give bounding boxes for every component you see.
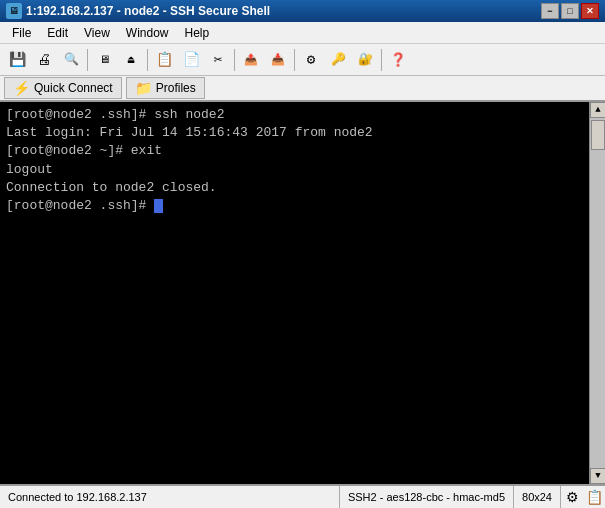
status-settings-icon[interactable]: ⚙ [561, 486, 583, 508]
help-toolbar-icon[interactable]: ❓ [385, 47, 411, 73]
title-bar-left: 🖥 1:192.168.2.137 - node2 - SSH Secure S… [6, 3, 270, 19]
quick-connect-icon: ⚡ [13, 80, 30, 96]
minimize-button[interactable]: − [541, 3, 559, 19]
status-bar: Connected to 192.168.2.137 SSH2 - aes128… [0, 484, 605, 508]
cut-icon[interactable]: ✂ [205, 47, 231, 73]
menu-view[interactable]: View [76, 24, 118, 42]
toolbar: 💾 🖨 🔍 🖥 ⏏ 📋 📄 ✂ 📤 📥 ⚙ 🔑 🔐 ❓ [0, 44, 605, 76]
status-connected: Connected to 192.168.2.137 [0, 486, 340, 508]
profiles-icon: 📁 [135, 80, 152, 96]
separator-2 [147, 49, 148, 71]
scroll-up-arrow[interactable]: ▲ [590, 102, 605, 118]
save-icon[interactable]: 💾 [4, 47, 30, 73]
close-button[interactable]: ✕ [581, 3, 599, 19]
separator-4 [294, 49, 295, 71]
maximize-button[interactable]: □ [561, 3, 579, 19]
app-icon: 🖥 [6, 3, 22, 19]
menu-bar: File Edit View Window Help [0, 22, 605, 44]
scrollbar[interactable]: ▲ ▼ [589, 102, 605, 484]
paste-icon[interactable]: 📄 [178, 47, 204, 73]
print-icon[interactable]: 🖨 [31, 47, 57, 73]
terminal[interactable]: [root@node2 .ssh]# ssh node2 Last login:… [0, 102, 589, 484]
status-encryption: SSH2 - aes128-cbc - hmac-md5 [340, 486, 514, 508]
menu-window[interactable]: Window [118, 24, 177, 42]
terminal-wrapper: [root@node2 .ssh]# ssh node2 Last login:… [0, 102, 605, 484]
menu-file[interactable]: File [4, 24, 39, 42]
profiles-button[interactable]: 📁 Profiles [126, 77, 205, 99]
dimensions-text: 80x24 [522, 491, 552, 503]
upload-icon[interactable]: 📤 [238, 47, 264, 73]
menu-help[interactable]: Help [177, 24, 218, 42]
scroll-thumb[interactable] [591, 120, 605, 150]
status-dimensions: 80x24 [514, 486, 561, 508]
scroll-down-arrow[interactable]: ▼ [590, 468, 605, 484]
status-extra-icon[interactable]: 📋 [583, 486, 605, 508]
settings-icon[interactable]: ⚙ [298, 47, 324, 73]
cursor [154, 199, 163, 213]
disconnect-icon[interactable]: ⏏ [118, 47, 144, 73]
title-bar-controls: − □ ✕ [541, 3, 599, 19]
menu-edit[interactable]: Edit [39, 24, 76, 42]
encryption-text: SSH2 - aes128-cbc - hmac-md5 [348, 491, 505, 503]
agent-icon[interactable]: 🔐 [352, 47, 378, 73]
title-bar-text: 1:192.168.2.137 - node2 - SSH Secure She… [26, 4, 270, 18]
profiles-label: Profiles [156, 81, 196, 95]
separator-3 [234, 49, 235, 71]
copy-icon[interactable]: 📋 [151, 47, 177, 73]
separator-5 [381, 49, 382, 71]
quick-connect-button[interactable]: ⚡ Quick Connect [4, 77, 122, 99]
new-connection-icon[interactable]: 🖥 [91, 47, 117, 73]
find-toolbar-icon[interactable]: 🔍 [58, 47, 84, 73]
connected-text: Connected to 192.168.2.137 [8, 491, 147, 503]
quick-connect-label: Quick Connect [34, 81, 113, 95]
key-icon[interactable]: 🔑 [325, 47, 351, 73]
separator-1 [87, 49, 88, 71]
scroll-track [590, 118, 605, 468]
download-icon[interactable]: 📥 [265, 47, 291, 73]
connect-bar: ⚡ Quick Connect 📁 Profiles [0, 76, 605, 102]
title-bar: 🖥 1:192.168.2.137 - node2 - SSH Secure S… [0, 0, 605, 22]
